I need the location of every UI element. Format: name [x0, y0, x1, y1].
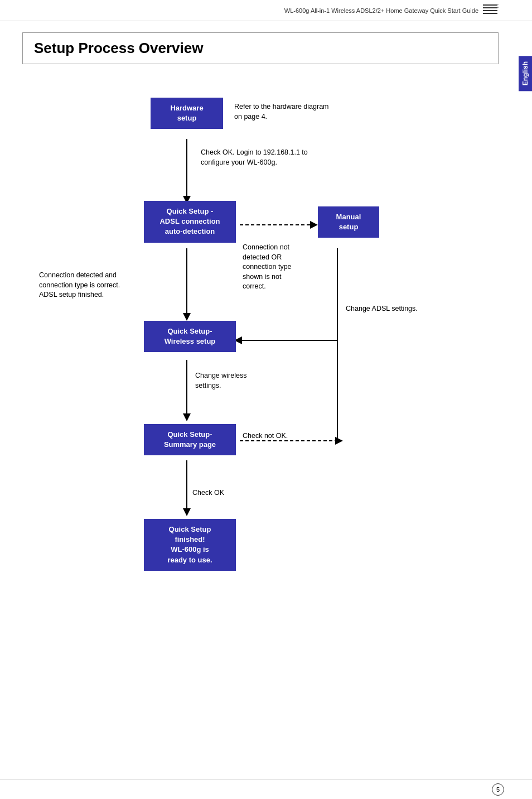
box-manual-setup: Manual setup	[318, 206, 379, 238]
page-header: WL-600g All-in-1 Wireless ADSL2/2+ Home …	[0, 0, 532, 21]
label-check-ok-login: Check OK. Login to 192.168.1.1 to config…	[201, 148, 308, 167]
language-tab: English	[519, 56, 532, 91]
svg-rect-1	[483, 7, 497, 8]
flowchart: Hardware setup Refer to the hardware dia…	[22, 86, 499, 589]
document-icon	[483, 4, 499, 16]
svg-rect-0	[483, 4, 497, 6]
svg-marker-15	[310, 221, 318, 229]
svg-rect-3	[483, 13, 497, 14]
label-connection-not-detected: Connection not detected OR connection ty…	[243, 243, 292, 292]
label-hardware-note: Refer to the hardware diagram on page 4.	[234, 102, 329, 122]
label-check-not-ok: Check not OK.	[243, 431, 288, 441]
page-number: 5	[492, 783, 504, 796]
svg-marker-11	[183, 413, 191, 421]
box-finished: Quick Setup finished! WL-600g is ready t…	[144, 519, 236, 571]
label-change-wireless: Change wireless settings.	[195, 371, 246, 391]
box-quick-adsl: Quick Setup - ADSL connection auto-detec…	[144, 201, 236, 243]
language-label: English	[521, 61, 529, 85]
box-wireless-setup: Quick Setup- Wireless setup	[144, 321, 236, 352]
page-title-box: Setup Process Overview	[22, 32, 499, 64]
label-check-ok: Check OK	[192, 488, 224, 498]
header-title: WL-600g All-in-1 Wireless ADSL2/2+ Home …	[284, 7, 478, 14]
svg-rect-2	[483, 10, 497, 11]
label-connection-detected: Connection detected and connection type …	[39, 271, 120, 300]
box-summary: Quick Setup- Summary page	[144, 424, 236, 455]
svg-marker-13	[183, 508, 191, 516]
page-title: Setup Process Overview	[34, 40, 487, 57]
svg-marker-9	[183, 313, 191, 321]
main-content: Setup Process Overview	[0, 21, 532, 611]
bottom-bar: 5	[0, 779, 532, 799]
label-change-adsl: Change ADSL settings.	[346, 304, 418, 314]
box-hardware-setup: Hardware setup	[151, 98, 223, 129]
svg-marker-20	[335, 437, 343, 445]
